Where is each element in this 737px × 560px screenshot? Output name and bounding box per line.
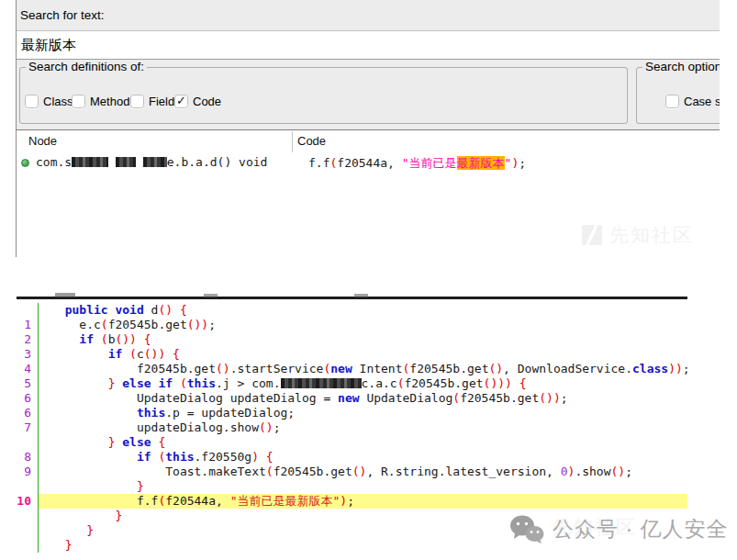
line-number: 7 (13, 420, 39, 435)
code-token: else (122, 435, 151, 449)
code-line-text[interactable]: if (c()) { (39, 347, 687, 362)
indentation (50, 465, 165, 478)
code-token: this (187, 376, 216, 390)
code-token (94, 332, 101, 346)
search-input[interactable]: 最新版本 (17, 30, 720, 60)
column-header-code[interactable]: Code (297, 134, 326, 148)
search-dialog: Search for text: 最新版本 Search definitions… (16, 0, 720, 257)
code-token: ())) (484, 376, 512, 390)
indentation (50, 420, 137, 434)
code-line-text[interactable]: } else { (39, 435, 687, 450)
indentation (50, 538, 65, 552)
code-token: .startService (230, 362, 324, 375)
code-line-text[interactable]: this.p = updateDialog; (39, 406, 687, 420)
code-token: ( (180, 376, 187, 390)
code-token: e.b.a.d() void (167, 155, 268, 169)
code-token: ; (274, 420, 281, 434)
checkbox-class[interactable]: Class (25, 95, 73, 108)
decompiled-code-view: public void d() {1 e.c(f20545b.get());2 … (0, 297, 737, 560)
checkbox-unchecked-icon[interactable] (130, 95, 144, 108)
code-token: if (137, 450, 151, 464)
code-line-text[interactable]: UpdateDialog updateDialog = new UpdateDi… (39, 391, 687, 406)
line-number (13, 538, 39, 553)
code-view-top-border (17, 297, 687, 299)
code-line-text[interactable]: f20545b.get().startService(new Intent(f2… (39, 362, 690, 376)
code-line-text[interactable]: Toast.makeText(f20545b.get(), R.string.l… (39, 465, 687, 479)
code-token: new (330, 362, 352, 375)
code-token: ()) (115, 332, 136, 346)
checkbox-unchecked-icon[interactable] (72, 95, 85, 108)
code-token: .p = updateDialog; (165, 406, 295, 420)
code-token: .j > com. (216, 376, 280, 390)
code-line: 2 if (b()) { (13, 332, 687, 347)
checkbox-checked-icon[interactable]: ✓ (174, 95, 188, 108)
column-header-node[interactable]: Node (28, 134, 57, 148)
screenshot-root: Search for text: 最新版本 Search definitions… (0, 0, 737, 560)
code-token: () (352, 465, 367, 478)
code-token: ( (101, 332, 108, 346)
code-token: { (144, 332, 151, 346)
checkbox-field[interactable]: Field (130, 95, 174, 108)
code-token: f20544a, (337, 156, 401, 170)
code-line-text[interactable]: e.c(f20545b.get()); (39, 318, 687, 332)
code-token: } (115, 509, 122, 522)
search-for-text-label: Search for text: (20, 8, 105, 22)
code-token: d (144, 303, 159, 317)
checkbox-case-sensitive[interactable]: Case sensitive (665, 95, 720, 108)
code-token: UpdateDialog (360, 391, 453, 405)
line-number: 9 (13, 465, 39, 479)
redacted-text (143, 157, 167, 167)
code-token: () (488, 362, 503, 375)
line-number: 8 (13, 450, 39, 465)
code-token: f20545b.get (409, 362, 488, 375)
code-token: class (632, 362, 668, 375)
column-separator[interactable] (292, 131, 293, 152)
code-token: com.s (36, 155, 72, 169)
code-line-text[interactable]: updateDialog.show(); (39, 420, 687, 435)
community-watermark: 先知社区 (582, 222, 694, 248)
options-groupbox: Search options: Case sensitive (636, 67, 720, 124)
indentation (50, 303, 65, 317)
search-input-value: 最新版本 (21, 37, 76, 54)
line-number: 6 (13, 391, 39, 406)
options-group-title: Search options: (642, 60, 720, 73)
indentation (50, 450, 137, 464)
checkbox-unchecked-icon[interactable] (665, 95, 679, 108)
code-token: { (158, 435, 165, 449)
code-token: { (519, 376, 527, 390)
code-token: ) (340, 494, 347, 508)
code-token (165, 347, 173, 361)
code-token: } (65, 538, 73, 552)
code-token: "当前已是最新版本" (230, 494, 341, 508)
code-token: .show (575, 465, 610, 478)
code-line-text[interactable]: } (39, 479, 687, 494)
code-line: 3 if (c()) { (13, 347, 687, 362)
code-token: if (108, 347, 123, 361)
code-line-text[interactable]: } else if (this.j > com.c.a.c(f20545b.ge… (39, 376, 687, 391)
indentation (50, 318, 79, 331)
wechat-watermark-text: 公众号 · 亿人安全 (553, 515, 728, 543)
checkbox-unchecked-icon[interactable] (25, 95, 39, 108)
code-token: ; (208, 318, 216, 331)
code-token: () (158, 303, 173, 317)
line-number (13, 509, 39, 523)
code-token: void (115, 303, 143, 317)
code-token: ; (519, 156, 526, 170)
community-logo-icon (582, 225, 602, 245)
table-row[interactable]: com.s e.b.a.d() void f.f(f20544a, "当前已是最… (17, 154, 720, 171)
code-token (122, 347, 129, 361)
code-token: f.f (137, 494, 158, 508)
checkbox-code[interactable]: ✓Code (174, 95, 221, 108)
code-token: () (611, 465, 626, 478)
code-token: ( (266, 465, 274, 478)
line-number: 6 (13, 406, 39, 420)
code-line-text[interactable]: if (this.f20550g) { (39, 450, 687, 465)
code-line-text[interactable]: public void d() { (39, 303, 687, 318)
code-token: , R.string.latest_version, (366, 465, 560, 478)
checkbox-method[interactable]: Method (72, 95, 129, 108)
code-token: { (266, 450, 274, 464)
code-line-text[interactable]: f.f(f20544a, "当前已是最新版本"); (39, 494, 687, 509)
code-line-text[interactable]: if (b()) { (39, 332, 687, 347)
redacted-text (281, 378, 362, 388)
indentation (50, 509, 115, 522)
